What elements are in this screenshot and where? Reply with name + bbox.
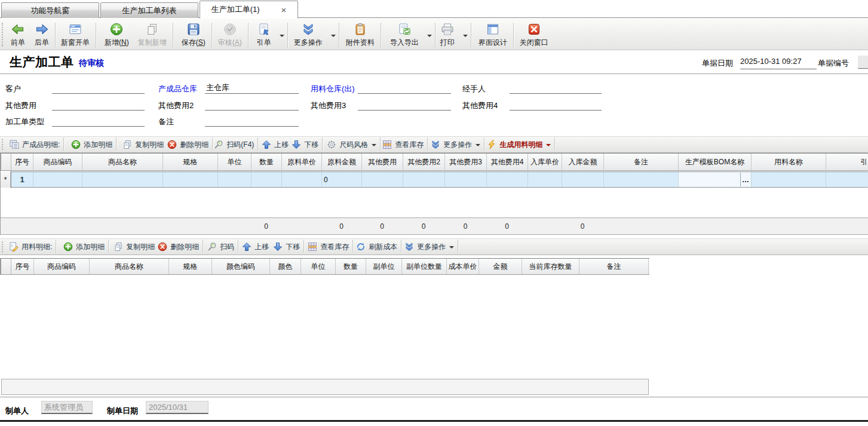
toolbar-button-ui-design[interactable]: 界面设计 bbox=[474, 22, 512, 48]
materials-view-stock[interactable]: 查看库存 bbox=[305, 240, 351, 254]
toolbar-button-new-window-doc[interactable]: 新窗开单 bbox=[56, 22, 94, 48]
materials-section-label[interactable]: {) 用料明细: bbox=[5, 240, 54, 254]
field-input[interactable] bbox=[205, 115, 299, 127]
row-cell-material-name[interactable] bbox=[752, 172, 826, 187]
row-cell-material-amount[interactable]: 0 bbox=[322, 172, 362, 187]
column-header-item-name[interactable]: 商品名称 bbox=[82, 154, 163, 170]
products-scan-code[interactable]: 扫码(F4) bbox=[211, 137, 256, 152]
row-cell-remark[interactable] bbox=[604, 172, 679, 187]
horizontal-scrollbar[interactable] bbox=[1, 379, 649, 395]
materials-scan-code[interactable]: 扫码 bbox=[205, 240, 237, 254]
tab-order[interactable]: 生产加工单(1) × bbox=[200, 1, 298, 19]
column-header-pull[interactable]: 引 bbox=[826, 154, 868, 170]
column-header-in-price[interactable]: 入库单价 bbox=[528, 154, 562, 170]
column-header-remark[interactable]: 备注 bbox=[579, 259, 649, 274]
dropdown-caret-icon[interactable] bbox=[331, 35, 336, 37]
toolbar-button-import-export[interactable]: 导入导出 bbox=[385, 22, 424, 48]
products-view-stock[interactable]: 查看库存 bbox=[380, 137, 426, 152]
toolbar-button-more-actions[interactable]: 更多操作 bbox=[289, 22, 327, 48]
column-header-spec[interactable]: 规格 bbox=[163, 154, 218, 170]
dropdown-caret-icon[interactable] bbox=[427, 35, 432, 37]
row-cell-item-code[interactable] bbox=[33, 172, 82, 187]
column-header-material-name[interactable]: 用料名称 bbox=[752, 154, 826, 170]
toolbar-button-copy-new[interactable]: 复制新增 bbox=[133, 22, 171, 48]
row-cell-in-price[interactable] bbox=[528, 172, 562, 187]
products-more-actions[interactable]: 更多操作 bbox=[428, 137, 483, 152]
products-generate-materials[interactable]: 生成用料明细 bbox=[484, 137, 553, 152]
tab-close-icon[interactable]: × bbox=[281, 5, 287, 14]
toolbar-button-pull-doc[interactable]: 引单 bbox=[252, 22, 276, 48]
column-header-other-fee3[interactable]: 其他费用3 bbox=[445, 154, 487, 170]
toolbar-button-add-new[interactable]: 新增(N) bbox=[100, 22, 134, 48]
materials-more-actions[interactable]: 更多操作 bbox=[402, 240, 456, 254]
row-cell-other-fee2[interactable] bbox=[403, 172, 445, 187]
column-header-amount[interactable]: 金额 bbox=[479, 259, 522, 274]
column-header-seq[interactable]: 序号 bbox=[11, 154, 33, 170]
field-input[interactable] bbox=[52, 99, 145, 111]
row-cell-in-amount[interactable] bbox=[562, 172, 604, 187]
tab-nav-window[interactable]: 功能导航窗 bbox=[1, 2, 99, 18]
column-header-unit[interactable]: 单位 bbox=[301, 259, 336, 274]
row-cell-other-fee4[interactable] bbox=[487, 172, 528, 187]
materials-move-down[interactable]: 下移 bbox=[271, 240, 302, 254]
column-header-cost-price[interactable]: 成本单价 bbox=[447, 259, 479, 274]
doc-number-input[interactable] bbox=[858, 56, 868, 69]
column-header-other-fee[interactable]: 其他费用 bbox=[362, 154, 403, 170]
column-header-remark[interactable]: 备注 bbox=[604, 154, 679, 170]
row-cell-spec[interactable] bbox=[163, 172, 218, 187]
column-header-seq[interactable]: 序号 bbox=[11, 259, 34, 274]
column-header-other-fee2[interactable]: 其他费用2 bbox=[403, 154, 445, 170]
column-header-item-code[interactable]: 商品编码 bbox=[34, 259, 90, 274]
row-cell-material-price[interactable] bbox=[282, 172, 322, 187]
materials-add-row[interactable]: 添加明细 bbox=[61, 240, 107, 254]
column-header-in-amount[interactable]: 入库金额 bbox=[562, 154, 604, 170]
materials-copy-row[interactable]: 复制明细 bbox=[111, 240, 157, 254]
tab-order-list[interactable]: 生产加工单列表 bbox=[100, 2, 198, 18]
toolbar-button-close-window[interactable]: 关闭窗口 bbox=[515, 22, 553, 48]
ellipsis-button[interactable]: … bbox=[740, 173, 750, 186]
materials-refresh-cost[interactable]: 刷新成本 bbox=[354, 240, 400, 254]
field-input[interactable] bbox=[52, 115, 145, 127]
column-header-unit[interactable]: 单位 bbox=[218, 154, 251, 170]
column-header-color[interactable]: 颜色 bbox=[270, 259, 301, 274]
column-header-material-price[interactable]: 原料单价 bbox=[282, 154, 322, 170]
materials-move-up[interactable]: 上移 bbox=[240, 240, 271, 254]
field-input[interactable] bbox=[52, 82, 145, 94]
column-header-sub-unit-qty[interactable]: 副单位数量 bbox=[402, 259, 447, 274]
field-input[interactable] bbox=[510, 99, 602, 111]
row-cell-other-fee3[interactable] bbox=[445, 172, 487, 187]
toolbar-button-attachments[interactable]: 附件资料 bbox=[341, 22, 379, 48]
field-input[interactable]: 主仓库 bbox=[205, 82, 299, 94]
column-header-sub-unit[interactable]: 副单位 bbox=[366, 259, 402, 274]
field-input[interactable] bbox=[358, 99, 451, 111]
toolbar-button-save[interactable]: 保存(S) bbox=[177, 22, 210, 48]
products-section-label[interactable]: 产成品明细: bbox=[6, 137, 62, 152]
row-cell-qty[interactable] bbox=[251, 172, 282, 187]
row-cell-bom-name[interactable]: … bbox=[679, 172, 752, 187]
column-header-material-amount[interactable]: 原料金额 bbox=[322, 154, 362, 170]
column-header-item-code[interactable]: 商品编码 bbox=[33, 154, 82, 170]
products-size-style[interactable]: 尺码风格 bbox=[324, 137, 379, 152]
field-input[interactable] bbox=[205, 99, 299, 111]
products-move-down[interactable]: 下移 bbox=[289, 137, 321, 152]
materials-delete-row[interactable]: 删除明细 bbox=[155, 240, 201, 254]
toolbar-button-print[interactable]: 打印 bbox=[435, 22, 459, 48]
products-grid-row[interactable]: * 1 0 bbox=[1, 171, 868, 188]
column-header-qty[interactable]: 数量 bbox=[251, 154, 282, 170]
toolbar-button-next-doc[interactable]: 后单 bbox=[30, 22, 54, 48]
column-header-qty[interactable]: 数量 bbox=[336, 259, 366, 274]
column-header-current-stock-qty[interactable]: 当前库存数量 bbox=[522, 259, 579, 274]
row-cell-pull[interactable] bbox=[826, 172, 868, 187]
products-copy-row[interactable]: 复制明细 bbox=[120, 137, 166, 152]
dropdown-caret-icon[interactable] bbox=[280, 35, 284, 37]
column-header-color-code[interactable]: 颜色编码 bbox=[212, 259, 270, 274]
column-header-spec[interactable]: 规格 bbox=[169, 259, 212, 274]
column-header-bom-name[interactable]: 生产模板BOM名称 bbox=[679, 154, 752, 170]
doc-date-input[interactable]: 2025-10-31 09:27 bbox=[740, 57, 817, 69]
products-move-up[interactable]: 上移 bbox=[259, 137, 291, 152]
column-header-item-name[interactable]: 商品名称 bbox=[90, 259, 169, 274]
products-delete-row[interactable]: 删除明细 bbox=[165, 137, 211, 152]
toolbar-button-prev-doc[interactable]: 前单 bbox=[6, 22, 30, 48]
products-add-row[interactable]: 添加明细 bbox=[69, 137, 115, 152]
dropdown-caret-icon[interactable] bbox=[463, 35, 468, 37]
